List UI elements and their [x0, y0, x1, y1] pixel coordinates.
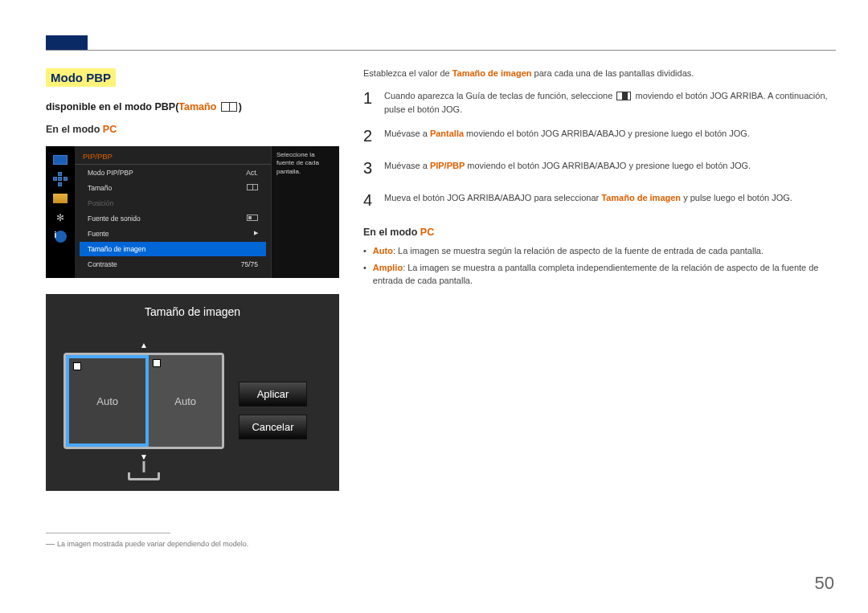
osd-row-value: [247, 184, 258, 192]
mode-pc: PC: [103, 124, 117, 135]
intro-bold: Tamaño de imagen: [452, 68, 532, 78]
pane1-label: Auto: [96, 395, 118, 407]
mode-prefix: En el modo: [46, 124, 103, 135]
step-number: 1: [363, 86, 376, 110]
step-bold: Tamaño de imagen: [601, 193, 681, 202]
step-text: Muévase a: [384, 129, 430, 138]
intro-post: para cada una de las pantallas divididas…: [532, 68, 694, 78]
mode-label: En el modo PC: [46, 124, 339, 135]
step-bold: Pantalla: [430, 129, 464, 138]
step-text: Mueva el botón JOG ARRIBA/ABAJO para sel…: [384, 193, 601, 202]
checkbox-icon: [73, 362, 81, 370]
osd-row[interactable]: Tamaño de imagen: [80, 242, 266, 256]
step-number: 2: [363, 124, 376, 148]
osd-icon-column: ✻ i: [46, 146, 75, 278]
arrow-up-icon: ▲: [63, 341, 224, 349]
header-accent: [46, 35, 88, 50]
gear-icon: ✻: [51, 209, 70, 226]
footnote-rule: [46, 533, 170, 533]
osd-row-label: Tamaño de imagen: [88, 245, 145, 253]
mode-label-2: En el modo PC: [363, 227, 836, 238]
footnote: ―La imagen mostrada puede variar dependi…: [46, 538, 339, 548]
step-text: Cuando aparezca la Guía de teclas de fun…: [384, 91, 615, 100]
step-body: Cuando aparezca la Guía de teclas de fun…: [384, 89, 836, 116]
osd-row[interactable]: Fuente▶: [80, 227, 266, 241]
step: 3Muévase a PIP/PBP moviendo el botón JOG…: [363, 159, 836, 180]
osd-row-label: Tamaño: [88, 184, 112, 192]
osd-row[interactable]: Tamaño: [80, 181, 266, 195]
mode2-prefix: En el modo: [363, 227, 420, 238]
intro-pre: Establezca el valor de: [363, 68, 452, 78]
bullet-list: Auto: La imagen se muestra según la rela…: [363, 244, 836, 288]
step: 1Cuando aparezca la Guía de teclas de fu…: [363, 89, 836, 116]
osd-row[interactable]: Posición: [80, 196, 266, 210]
step-text: y pulse luego el botón JOG.: [681, 193, 792, 202]
osd-menu-2: Tamaño de imagen ▲ Auto Auto ▼: [46, 294, 339, 491]
step-number: 3: [363, 156, 376, 180]
osd-row-label: Fuente: [88, 230, 108, 238]
right-column: Establezca el valor de Tamaño de imagen …: [363, 68, 836, 548]
step-body: Muévase a PIP/PBP moviendo el botón JOG …: [384, 159, 751, 173]
osd-menu-list: PIP/PBP Modo PIP/PBPAct.TamañoPosiciónFu…: [75, 146, 271, 278]
step-number: 4: [363, 188, 376, 212]
content: Modo PBP disponible en el modo PBP(Tamañ…: [46, 68, 836, 548]
osd-row-label: Contraste: [88, 260, 117, 268]
osd-row[interactable]: Fuente de sonido: [80, 211, 266, 226]
intro-text: Establezca el valor de Tamaño de imagen …: [363, 68, 836, 78]
osd-row-label: Fuente de sonido: [88, 215, 141, 223]
fourway-icon: [51, 170, 70, 187]
page-number: 50: [815, 573, 834, 594]
osd-row-value: 75/75: [241, 260, 258, 268]
bullet-item: Amplio: La imagen se muestra a pantalla …: [363, 261, 836, 288]
apply-button[interactable]: Aplicar: [239, 382, 307, 407]
pane2-label: Auto: [174, 395, 196, 407]
osd-row[interactable]: Contraste75/75: [80, 257, 266, 272]
availability-subtitle: disponible en el modo PBP(Tamaño ): [46, 101, 339, 112]
cancel-button[interactable]: Cancelar: [239, 415, 307, 439]
subtitle-size: Tamaño: [178, 101, 216, 112]
monitor-stand: [128, 472, 160, 480]
header-rule: [46, 50, 836, 51]
step-text: Muévase a: [384, 161, 430, 170]
step: 4Mueva el botón JOG ARRIBA/ABAJO para se…: [363, 191, 836, 212]
step-text: moviendo el botón JOG ARRIBA/ABAJO y pre…: [464, 129, 750, 138]
list-icon: [51, 190, 70, 206]
subtitle-suffix: ): [239, 101, 242, 112]
pane-left: Auto: [66, 355, 149, 447]
bullet-item: Auto: La imagen se muestra según la rela…: [363, 244, 836, 258]
osd-row[interactable]: Modo PIP/PBPAct.: [80, 166, 266, 180]
subtitle-prefix: disponible en el modo PBP(: [46, 101, 178, 112]
osd2-buttons: Aplicar Cancelar: [239, 382, 307, 439]
pane-right: Auto: [149, 355, 222, 447]
bullet-text: : La imagen se muestra según la relación…: [393, 246, 764, 255]
footnote-text: La imagen mostrada puede variar dependie…: [57, 540, 248, 548]
left-column: Modo PBP disponible en el modo PBP(Tamañ…: [46, 68, 339, 548]
checkbox-icon: [153, 359, 161, 367]
step: 2Muévase a Pantalla moviendo el botón JO…: [363, 127, 836, 148]
bullet-bold: Auto: [373, 246, 393, 255]
bullet-text: : La imagen se muestra a pantalla comple…: [373, 263, 819, 286]
screen-icon: [51, 151, 70, 168]
osd-header: PIP/PBP: [75, 146, 271, 165]
step-body: Muévase a Pantalla moviendo el botón JOG…: [384, 127, 750, 141]
bullet-bold: Amplio: [373, 263, 403, 272]
osd-menu-1: ✻ i PIP/PBP Modo PIP/PBPAct.TamañoPosici…: [46, 146, 339, 278]
step-text: moviendo el botón JOG ARRIBA/ABAJO y pre…: [465, 161, 751, 170]
preview-column: ▲ Auto Auto ▼: [63, 341, 224, 480]
mode2-pc: PC: [420, 227, 434, 238]
sound-icon: [247, 215, 258, 221]
osd-row-label: Posición: [88, 199, 113, 207]
step-body: Mueva el botón JOG ARRIBA/ABAJO para sel…: [384, 191, 792, 205]
section-title: Modo PBP: [46, 68, 116, 87]
osd-row-value: Act.: [246, 169, 258, 177]
osd-row-label: Modo PIP/PBP: [88, 169, 133, 177]
osd-row-value: ▶: [254, 230, 258, 238]
monitor-preview: Auto Auto: [63, 353, 224, 449]
info-icon: i: [51, 228, 70, 245]
osd-row-value: [247, 215, 258, 223]
pbp-icon: [247, 184, 258, 190]
osd2-title: Tamaño de imagen: [46, 305, 339, 318]
osd-tip: Seleccione la fuente de cada pantalla.: [271, 146, 339, 278]
arrow-down-icon: ▼: [63, 452, 224, 461]
menu-indicator-icon: [616, 92, 631, 100]
